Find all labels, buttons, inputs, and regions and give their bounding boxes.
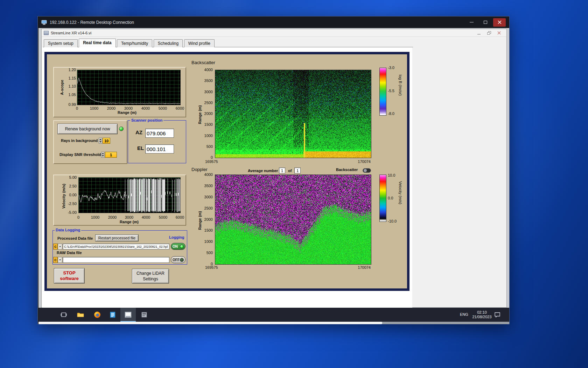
y-tick-label: 2000 [198,217,213,222]
browse-file-icon[interactable]: ▾ [58,244,62,250]
spin-down-icon[interactable] [102,155,104,158]
velocity-plot-canvas [78,177,181,213]
stop-software-button[interactable]: STOP software [54,268,85,284]
colorbar-tick-label: 10.0 [388,173,395,177]
remote-screen: StreamLine XR v14-6.vi System setup Real… [38,28,509,324]
rdp-close-button[interactable] [493,18,506,27]
raw-file-path-field[interactable] [63,257,169,263]
spin-up-icon[interactable] [102,152,104,155]
notification-center-icon[interactable] [494,312,500,318]
x-tick-label: 1000 [87,106,101,110]
rdp-window-title: 192.168.0.122 - Remote Desktop Connectio… [50,20,462,25]
app-close-icon[interactable] [497,31,501,35]
taskbar-clock[interactable]: 02:10 21/08/2023 [471,310,493,319]
snr-threshold-label: Display SNR threshold [59,152,101,157]
tab-wind-profile[interactable]: Wind profile [184,39,215,47]
spin-up-icon[interactable] [99,138,102,141]
rdp-minimize-button[interactable] [465,18,478,27]
tab-scheduling[interactable]: Scheduling [154,39,183,47]
restart-processed-file-button[interactable]: Restart processed file [95,234,139,241]
y-tick-label: 1.05 [61,93,76,97]
rays-spinner[interactable] [99,138,102,144]
x-tick-label: 6000 [173,106,187,110]
x-tick-label: 4000 [139,215,153,219]
y-tick-label: 2500 [198,101,213,105]
backscatter-colorbar [379,68,386,116]
tab-system-setup[interactable]: System setup [44,39,78,47]
y-tick-label: 1500 [198,228,213,232]
drive-select-c[interactable]: C [53,244,58,250]
y-tick-label: 3500 [198,184,213,188]
settings-button-line2: Settings [143,276,158,282]
backscatter-colorbar-label: log B (/m/sr) [398,75,402,96]
firefox-icon [94,311,101,318]
snr-spinner[interactable] [101,152,105,158]
tab-temp-humidity[interactable]: Temp/humidity [117,39,152,47]
app-window-controls [477,31,504,35]
taskbar-task-view-button[interactable] [56,308,71,322]
rdp-horizontal-scrollbar[interactable] [38,322,509,324]
y-tick-label: 1000 [198,134,213,138]
remote-desktop-icon [41,20,47,25]
on-label: ON [173,245,178,248]
logging-off-led [180,258,184,262]
lidar-panel: A-scope 1.20 1.15 1.10 1.05 0.99 0 1000 … [44,52,410,291]
taskbar-scan-app-button[interactable] [136,308,152,322]
scrollbar-thumb[interactable] [38,322,382,324]
taskbar-streamline-app-button[interactable] [120,308,136,322]
rdp-titlebar[interactable]: 192.168.0.122 - Remote Desktop Connectio… [38,16,509,28]
colorbar-tick-label: -3.0 [388,66,394,70]
change-lidar-settings-button[interactable]: Change LiDAR Settings [132,269,169,284]
labview-vi-icon [44,31,49,35]
y-tick-label: -2.50 [61,202,77,206]
snr-threshold-field[interactable]: 1 [105,152,117,158]
x-tick-label: 3000 [121,106,135,110]
y-tick-label: 1.10 [61,84,76,88]
y-tick-label: 1.20 [61,68,76,72]
of-label: of [288,169,292,173]
backscatter-toggle-label: Backscatter [336,168,358,172]
renew-background-button[interactable]: Renew background now [57,124,118,134]
backscatter-toggle[interactable] [363,168,371,173]
y-tick-label: 1000 [198,239,213,244]
drive-select-c[interactable]: C [53,257,58,263]
rays-in-background-field[interactable]: 10 [103,138,110,144]
app-restore-icon[interactable] [487,31,491,35]
colorbar-tick-label: -10.0 [388,219,397,223]
stop-button-line1: STOP [63,270,75,276]
y-tick-label: 3000 [198,195,213,199]
y-tick-label: 2.50 [61,184,77,188]
taskbar-file-explorer-button[interactable] [73,308,88,322]
taskbar-notepad-button[interactable] [105,308,120,322]
average-number-label: Average number [248,169,278,173]
x-tick-label: 3000 [122,215,136,219]
app-minimize-icon[interactable] [477,31,481,35]
taskbar: ENG 02:10 21/08/2023 [38,308,509,322]
spin-down-icon[interactable] [99,141,102,144]
logging-on-led [180,245,184,248]
stop-button-line2: software [60,276,78,281]
processed-logging-toggle[interactable]: ON [171,243,186,250]
el-value-field[interactable]: 000.101 [145,144,174,154]
y-tick-label: 0 [198,155,213,159]
streamline-app-window: StreamLine XR v14-6.vi System setup Real… [41,29,507,308]
raw-logging-toggle[interactable]: OFF [171,256,186,263]
app-titlebar[interactable]: StreamLine XR v14-6.vi [42,29,506,37]
taskbar-firefox-button[interactable] [90,308,105,322]
average-of-field[interactable]: 1 [294,168,301,173]
scanner-position-title: Scanner position [130,118,163,123]
rdp-maximize-button[interactable] [479,18,492,27]
doppler-heatmap-canvas [215,175,371,265]
x-end-label: 170074 [350,265,371,270]
y-tick-label: 3500 [198,79,213,83]
velocity-x-axis-label: Range (m) [115,220,143,224]
browse-file-icon[interactable]: ▾ [58,257,62,263]
average-number-field[interactable]: 1 [279,168,285,173]
tab-real-time-data[interactable]: Real time data [79,39,115,47]
processed-file-path-field[interactable]: C:\LiDAR\Data\Proc\2023\202308\20230821\… [63,244,169,250]
language-indicator[interactable]: ENG [460,312,468,316]
backscatter-heatmap-canvas [215,70,371,158]
az-value-field[interactable]: 079.006 [145,129,174,138]
el-label: EL [137,146,144,150]
doppler-colorbar [379,175,386,222]
